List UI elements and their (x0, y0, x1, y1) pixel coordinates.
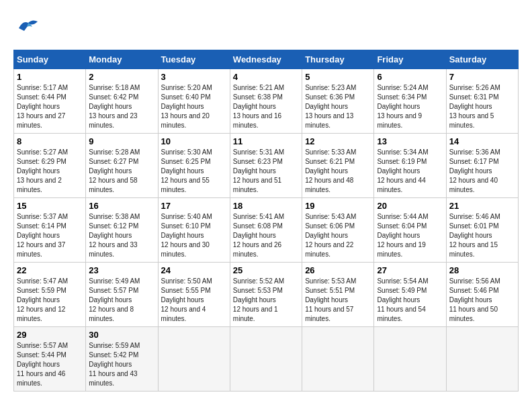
header-saturday: Saturday (446, 50, 518, 69)
day-detail: Sunrise: 5:27 AM Sunset: 6:29 PM Dayligh… (17, 148, 83, 195)
day-number: 15 (17, 201, 83, 211)
calendar-day: 14 Sunrise: 5:36 AM Sunset: 6:17 PM Dayl… (446, 134, 518, 198)
calendar-week-5: 29 Sunrise: 5:57 AM Sunset: 5:44 PM Dayl… (14, 327, 519, 392)
day-detail: Sunrise: 5:44 AM Sunset: 6:04 PM Dayligh… (377, 212, 443, 259)
day-number: 28 (449, 265, 515, 275)
calendar-day: 10 Sunrise: 5:30 AM Sunset: 6:25 PM Dayl… (158, 134, 230, 198)
day-detail: Sunrise: 5:38 AM Sunset: 6:12 PM Dayligh… (89, 212, 154, 259)
day-number: 7 (449, 72, 515, 82)
day-number: 14 (449, 136, 515, 146)
day-detail: Sunrise: 5:49 AM Sunset: 5:57 PM Dayligh… (89, 277, 154, 324)
day-number: 19 (305, 201, 371, 211)
day-detail: Sunrise: 5:30 AM Sunset: 6:25 PM Dayligh… (161, 148, 227, 195)
day-number: 20 (377, 201, 443, 211)
calendar-day: 21 Sunrise: 5:46 AM Sunset: 6:01 PM Dayl… (446, 198, 518, 263)
day-detail: Sunrise: 5:43 AM Sunset: 6:06 PM Dayligh… (305, 212, 371, 259)
calendar-day: 24 Sunrise: 5:50 AM Sunset: 5:55 PM Dayl… (158, 263, 230, 327)
day-detail: Sunrise: 5:24 AM Sunset: 6:34 PM Dayligh… (377, 83, 443, 130)
day-number: 8 (17, 136, 83, 146)
day-detail: Sunrise: 5:37 AM Sunset: 6:14 PM Dayligh… (17, 212, 83, 259)
calendar-day: 18 Sunrise: 5:41 AM Sunset: 6:08 PM Dayl… (230, 198, 302, 263)
header-sunday: Sunday (14, 50, 86, 69)
day-detail: Sunrise: 5:47 AM Sunset: 5:59 PM Dayligh… (17, 277, 83, 324)
calendar-day: 26 Sunrise: 5:53 AM Sunset: 5:51 PM Dayl… (302, 263, 374, 327)
calendar-day: 2 Sunrise: 5:18 AM Sunset: 6:42 PM Dayli… (86, 69, 158, 134)
calendar-day: 27 Sunrise: 5:54 AM Sunset: 5:49 PM Dayl… (374, 263, 446, 327)
day-number: 25 (233, 265, 299, 275)
calendar-day: 28 Sunrise: 5:56 AM Sunset: 5:46 PM Dayl… (446, 263, 518, 327)
day-number: 13 (377, 136, 443, 146)
calendar-day: 7 Sunrise: 5:26 AM Sunset: 6:31 PM Dayli… (446, 69, 518, 134)
calendar-day: 6 Sunrise: 5:24 AM Sunset: 6:34 PM Dayli… (374, 69, 446, 134)
day-detail: Sunrise: 5:34 AM Sunset: 6:19 PM Dayligh… (377, 148, 443, 195)
day-detail: Sunrise: 5:57 AM Sunset: 5:44 PM Dayligh… (17, 341, 83, 388)
calendar-week-3: 15 Sunrise: 5:37 AM Sunset: 6:14 PM Dayl… (14, 198, 519, 263)
calendar-week-1: 1 Sunrise: 5:17 AM Sunset: 6:44 PM Dayli… (14, 69, 519, 134)
logo (13, 13, 43, 43)
day-number: 11 (233, 136, 299, 146)
header-tuesday: Tuesday (158, 50, 230, 69)
calendar-table: SundayMondayTuesdayWednesdayThursdayFrid… (13, 50, 519, 392)
day-detail: Sunrise: 5:50 AM Sunset: 5:55 PM Dayligh… (161, 277, 227, 324)
day-number: 18 (233, 201, 299, 211)
calendar-day: 5 Sunrise: 5:23 AM Sunset: 6:36 PM Dayli… (302, 69, 374, 134)
calendar-day: 1 Sunrise: 5:17 AM Sunset: 6:44 PM Dayli… (14, 69, 86, 134)
calendar-day (374, 327, 446, 392)
day-number: 9 (89, 136, 154, 146)
header-monday: Monday (86, 50, 158, 69)
calendar-day: 16 Sunrise: 5:38 AM Sunset: 6:12 PM Dayl… (86, 198, 158, 263)
day-number: 30 (89, 330, 154, 340)
header-friday: Friday (374, 50, 446, 69)
calendar-day: 23 Sunrise: 5:49 AM Sunset: 5:57 PM Dayl… (86, 263, 158, 327)
day-number: 12 (305, 136, 371, 146)
calendar-day: 8 Sunrise: 5:27 AM Sunset: 6:29 PM Dayli… (14, 134, 86, 198)
day-detail: Sunrise: 5:36 AM Sunset: 6:17 PM Dayligh… (449, 148, 515, 195)
calendar-day: 4 Sunrise: 5:21 AM Sunset: 6:38 PM Dayli… (230, 69, 302, 134)
day-number: 22 (17, 265, 83, 275)
day-number: 27 (377, 265, 443, 275)
calendar-day: 25 Sunrise: 5:52 AM Sunset: 5:53 PM Dayl… (230, 263, 302, 327)
day-detail: Sunrise: 5:56 AM Sunset: 5:46 PM Dayligh… (449, 277, 515, 324)
calendar-day: 15 Sunrise: 5:37 AM Sunset: 6:14 PM Dayl… (14, 198, 86, 263)
day-number: 29 (17, 330, 83, 340)
day-number: 5 (305, 72, 371, 82)
calendar-week-4: 22 Sunrise: 5:47 AM Sunset: 5:59 PM Dayl… (14, 263, 519, 327)
day-number: 6 (377, 72, 443, 82)
day-number: 3 (161, 72, 227, 82)
calendar-day (446, 327, 518, 392)
day-number: 24 (161, 265, 227, 275)
calendar-day: 30 Sunrise: 5:59 AM Sunset: 5:42 PM Dayl… (86, 327, 158, 392)
calendar-day: 9 Sunrise: 5:28 AM Sunset: 6:27 PM Dayli… (86, 134, 158, 198)
day-number: 26 (305, 265, 371, 275)
calendar-day: 3 Sunrise: 5:20 AM Sunset: 6:40 PM Dayli… (158, 69, 230, 134)
day-detail: Sunrise: 5:59 AM Sunset: 5:42 PM Dayligh… (89, 341, 154, 388)
day-detail: Sunrise: 5:26 AM Sunset: 6:31 PM Dayligh… (449, 83, 515, 130)
calendar-day: 11 Sunrise: 5:31 AM Sunset: 6:23 PM Dayl… (230, 134, 302, 198)
calendar-day: 29 Sunrise: 5:57 AM Sunset: 5:44 PM Dayl… (14, 327, 86, 392)
calendar-day: 17 Sunrise: 5:40 AM Sunset: 6:10 PM Dayl… (158, 198, 230, 263)
day-detail: Sunrise: 5:18 AM Sunset: 6:42 PM Dayligh… (89, 83, 154, 130)
logo-icon (13, 13, 40, 40)
day-detail: Sunrise: 5:33 AM Sunset: 6:21 PM Dayligh… (305, 148, 371, 195)
day-number: 21 (449, 201, 515, 211)
page-header (13, 13, 519, 43)
header-wednesday: Wednesday (230, 50, 302, 69)
calendar-day (230, 327, 302, 392)
day-detail: Sunrise: 5:23 AM Sunset: 6:36 PM Dayligh… (305, 83, 371, 130)
day-detail: Sunrise: 5:40 AM Sunset: 6:10 PM Dayligh… (161, 212, 227, 259)
day-detail: Sunrise: 5:17 AM Sunset: 6:44 PM Dayligh… (17, 83, 83, 130)
calendar-day: 20 Sunrise: 5:44 AM Sunset: 6:04 PM Dayl… (374, 198, 446, 263)
day-detail: Sunrise: 5:46 AM Sunset: 6:01 PM Dayligh… (449, 212, 515, 259)
day-detail: Sunrise: 5:53 AM Sunset: 5:51 PM Dayligh… (305, 277, 371, 324)
day-detail: Sunrise: 5:28 AM Sunset: 6:27 PM Dayligh… (89, 148, 154, 195)
day-number: 1 (17, 72, 83, 82)
calendar-day: 19 Sunrise: 5:43 AM Sunset: 6:06 PM Dayl… (302, 198, 374, 263)
day-number: 2 (89, 72, 154, 82)
calendar-day (302, 327, 374, 392)
day-number: 10 (161, 136, 227, 146)
day-detail: Sunrise: 5:52 AM Sunset: 5:53 PM Dayligh… (233, 277, 299, 324)
calendar-day (158, 327, 230, 392)
day-detail: Sunrise: 5:20 AM Sunset: 6:40 PM Dayligh… (161, 83, 227, 130)
day-detail: Sunrise: 5:54 AM Sunset: 5:49 PM Dayligh… (377, 277, 443, 324)
day-number: 23 (89, 265, 154, 275)
